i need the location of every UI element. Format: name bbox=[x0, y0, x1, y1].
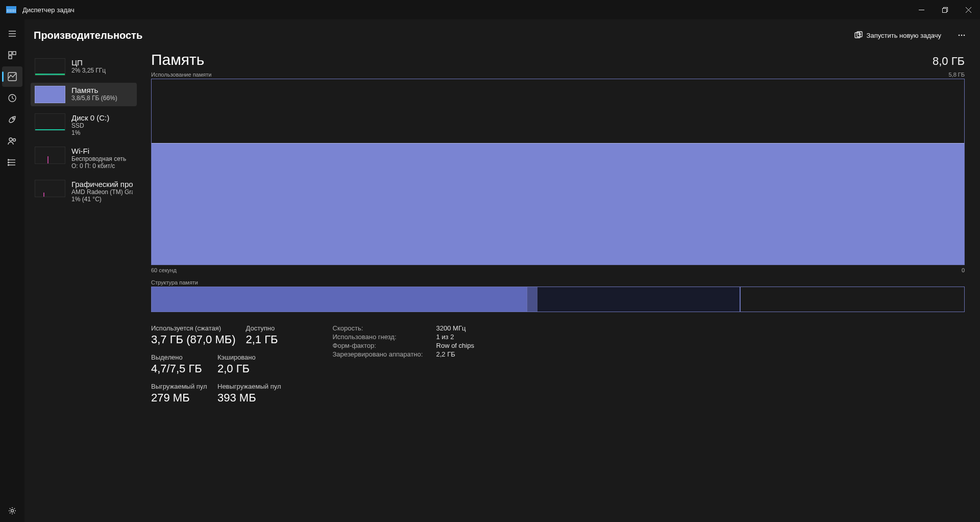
nav-startup-icon[interactable] bbox=[2, 109, 22, 130]
paged-label: Выгружаемый пул bbox=[151, 383, 207, 390]
run-new-task-button[interactable]: Запустить новую задачу bbox=[849, 28, 946, 42]
cpu-thumbnail-icon bbox=[35, 58, 65, 76]
sidebar-item-gpu[interactable]: Графический про AMD Radeon (TM) Grap 1% … bbox=[31, 177, 137, 206]
svg-point-28 bbox=[961, 35, 963, 36]
more-options-button[interactable] bbox=[952, 26, 971, 44]
sidebar-item-sub: 3,8/5,8 ГБ (66%) bbox=[71, 94, 117, 102]
memory-thumbnail-icon bbox=[35, 86, 65, 103]
page-title: Производительность bbox=[34, 30, 142, 41]
svg-point-29 bbox=[964, 35, 965, 36]
spec-speed-val: 3200 МГц bbox=[436, 324, 466, 332]
sidebar-item-title: Графический про bbox=[71, 180, 133, 188]
disk-thumbnail-icon bbox=[35, 113, 65, 131]
sidebar-item-sub: SSD bbox=[71, 122, 109, 129]
usage-chart-label: Использование памяти bbox=[151, 72, 211, 78]
memory-chart-fill bbox=[152, 143, 964, 265]
spec-slots-key: Использовано гнезд: bbox=[333, 333, 427, 341]
committed-value: 4,7/7,5 ГБ bbox=[151, 362, 207, 375]
svg-point-15 bbox=[13, 139, 16, 141]
svg-point-20 bbox=[8, 162, 9, 163]
spec-hw-key: Зарезервировано аппаратно: bbox=[333, 350, 427, 358]
nav-history-icon[interactable] bbox=[2, 88, 22, 108]
sidebar-item-sub2: 1% (41 °C) bbox=[71, 196, 133, 203]
available-value: 2,1 ГБ bbox=[246, 333, 302, 346]
in-use-label: Используется (сжатая) bbox=[151, 324, 236, 332]
wifi-thumbnail-icon bbox=[35, 147, 65, 164]
composition-segment bbox=[527, 287, 537, 312]
svg-rect-9 bbox=[13, 52, 16, 55]
sidebar-item-wifi[interactable]: Wi-Fi Беспроводная сеть О: 0 П: 0 кбит/с bbox=[31, 144, 137, 173]
nav-details-icon[interactable] bbox=[2, 152, 22, 173]
chart-x-left: 60 секунд bbox=[151, 267, 177, 273]
svg-point-13 bbox=[13, 118, 14, 120]
spec-slots-val: 1 из 2 bbox=[436, 333, 454, 341]
usage-chart-max: 5,8 ГБ bbox=[948, 72, 965, 78]
performance-sidebar: ЦП 2% 3,25 ГГц Память 3,8/5,8 ГБ (66%) Д… bbox=[24, 51, 137, 522]
nonpaged-value: 393 МБ bbox=[217, 391, 281, 405]
svg-point-19 bbox=[8, 159, 9, 160]
sidebar-item-sub2: О: 0 П: 0 кбит/с bbox=[71, 162, 126, 170]
memory-usage-chart bbox=[151, 79, 965, 265]
sidebar-item-title: Wi-Fi bbox=[71, 147, 126, 155]
svg-point-27 bbox=[959, 35, 960, 36]
sidebar-item-title: ЦП bbox=[71, 58, 106, 67]
spec-table: Скорость:3200 МГц Использовано гнезд:1 и… bbox=[333, 324, 474, 405]
nav-rail bbox=[0, 19, 24, 522]
svg-point-14 bbox=[9, 138, 12, 141]
close-button[interactable] bbox=[957, 0, 980, 19]
gpu-thumbnail-icon bbox=[35, 180, 65, 197]
nav-menu-button[interactable] bbox=[2, 23, 22, 44]
detail-total: 8,0 ГБ bbox=[933, 55, 965, 68]
paged-value: 279 МБ bbox=[151, 391, 207, 405]
sidebar-item-disk[interactable]: Диск 0 (C:) SSD 1% bbox=[31, 110, 137, 139]
nonpaged-label: Невыгружаемый пул bbox=[217, 383, 281, 390]
detail-title: Память bbox=[151, 51, 205, 68]
sidebar-item-title: Диск 0 (C:) bbox=[71, 113, 109, 122]
cached-label: Кэшировано bbox=[217, 353, 274, 361]
chart-x-right: 0 bbox=[962, 267, 965, 273]
nav-performance-icon[interactable] bbox=[2, 66, 22, 87]
available-label: Доступно bbox=[246, 324, 302, 332]
nav-processes-icon[interactable] bbox=[2, 45, 22, 65]
sidebar-item-sub: 2% 3,25 ГГц bbox=[71, 67, 106, 74]
sidebar-item-memory[interactable]: Память 3,8/5,8 ГБ (66%) bbox=[31, 83, 137, 106]
composition-label: Структура памяти bbox=[151, 279, 965, 286]
nav-settings-icon[interactable] bbox=[2, 501, 22, 521]
committed-label: Выделено bbox=[151, 353, 207, 361]
titlebar: Диспетчер задач bbox=[0, 0, 980, 19]
run-task-icon bbox=[854, 31, 863, 39]
svg-rect-10 bbox=[9, 56, 12, 59]
sidebar-item-sub2: 1% bbox=[71, 129, 109, 136]
in-use-value: 3,7 ГБ (87,0 МБ) bbox=[151, 333, 236, 346]
titlebar-text: Диспетчер задач bbox=[22, 6, 75, 14]
page-header: Производительность Запустить новую задач… bbox=[24, 19, 980, 51]
spec-form-key: Форм-фактор: bbox=[333, 342, 427, 349]
spec-hw-val: 2,2 ГБ bbox=[436, 350, 455, 358]
detail-panel: Память 8,0 ГБ Использование памяти 5,8 Г… bbox=[137, 51, 980, 522]
minimize-button[interactable] bbox=[910, 0, 933, 19]
svg-rect-2 bbox=[942, 8, 946, 12]
window-controls bbox=[910, 0, 980, 19]
composition-segment bbox=[152, 287, 527, 312]
cached-value: 2,0 ГБ bbox=[217, 362, 274, 375]
maximize-button[interactable] bbox=[933, 0, 957, 19]
svg-rect-8 bbox=[9, 52, 12, 55]
sidebar-item-title: Память bbox=[71, 86, 117, 94]
memory-composition-bar bbox=[151, 287, 965, 312]
run-new-task-label: Запустить новую задачу bbox=[867, 32, 941, 39]
sidebar-item-sub: Беспроводная сеть bbox=[71, 155, 126, 162]
spec-form-val: Row of chips bbox=[436, 342, 474, 349]
sidebar-item-sub: AMD Radeon (TM) Grap bbox=[71, 188, 133, 196]
app-icon bbox=[6, 6, 16, 13]
spec-speed-key: Скорость: bbox=[333, 324, 427, 332]
composition-segment bbox=[741, 287, 964, 312]
svg-point-22 bbox=[11, 510, 14, 512]
svg-point-21 bbox=[8, 164, 9, 165]
composition-segment bbox=[537, 287, 741, 312]
sidebar-item-cpu[interactable]: ЦП 2% 3,25 ГГц bbox=[31, 55, 137, 79]
nav-users-icon[interactable] bbox=[2, 131, 22, 151]
